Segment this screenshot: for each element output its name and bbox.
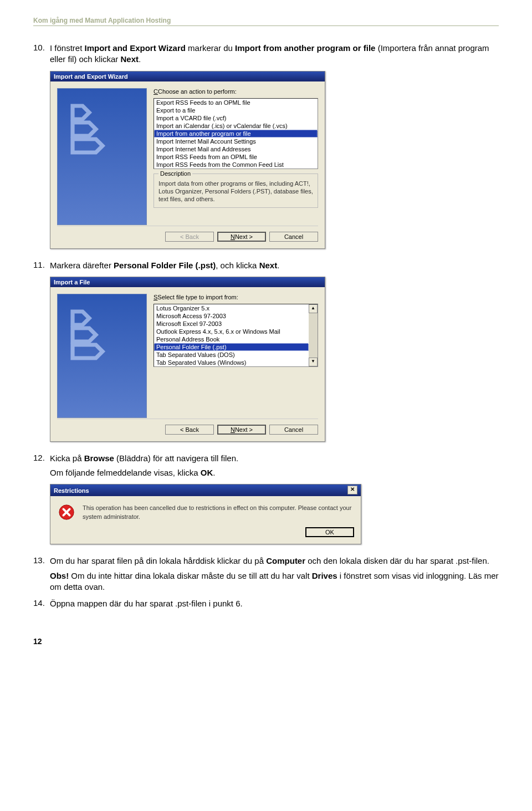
t: Kicka på (50, 453, 84, 463)
wizard-side-graphic (57, 294, 147, 418)
action-label: CChoose an action to perform: (154, 88, 318, 95)
step-12: 12. Kicka på Browse (Bläddra) för att na… (33, 453, 499, 464)
description-label: Description (158, 170, 192, 177)
step-11: 11. Markera därefter Personal Folder Fil… (33, 260, 499, 271)
close-icon[interactable]: ✕ (347, 486, 357, 494)
restrictions-text: This operation has been cancelled due to… (83, 504, 353, 521)
t-bold: Next (121, 54, 139, 64)
t: , och klicka (216, 261, 259, 270)
t-bold: Browse (84, 453, 114, 463)
listbox-item-selected[interactable]: Import from another program or file (154, 130, 318, 137)
step-text: I fönstret Import and Export Wizard mark… (50, 43, 499, 65)
back-button[interactable]: < Back (165, 425, 214, 435)
t-bold: Import from another program or file (235, 43, 375, 53)
listbox-item[interactable]: Lotus Organizer 5.x (154, 304, 309, 312)
listbox-item-selected[interactable]: Personal Folder File (.pst) (154, 343, 309, 351)
t: markerar du (186, 43, 235, 53)
t: Om följande felmeddelande visas, klicka (50, 468, 201, 477)
step-13-obs: Obs! Om du inte hittar dina lokala diska… (50, 570, 499, 593)
action-listbox[interactable]: Export RSS Feeds to an OPML file Export … (154, 98, 318, 169)
listbox-item[interactable]: Outlook Express 4.x, 5.x, 6.x or Windows… (154, 328, 309, 335)
step-13: 13. Om du har sparat filen på din lokala… (33, 555, 499, 567)
step-number: 14. (33, 598, 50, 609)
t: Markera därefter (50, 261, 114, 270)
step-10: 10. I fönstret Import and Export Wizard … (33, 43, 499, 65)
listbox-item[interactable]: Export RSS Feeds to an OPML file (154, 99, 318, 106)
title-text: Restrictions (54, 487, 89, 494)
step-text: Öppna mappen där du har sparat .pst-file… (50, 598, 499, 609)
cancel-button[interactable]: Cancel (269, 232, 318, 242)
listbox-item[interactable]: Tab Separated Values (DOS) (154, 351, 309, 359)
step-number: 10. (33, 43, 50, 65)
t-bold: Obs! (50, 571, 69, 580)
titlebar: Import a File (50, 277, 325, 287)
t-bold: Import and Export Wizard (85, 43, 186, 53)
listbox-item[interactable]: Tab Separated Values (Windows) (154, 359, 309, 366)
listbox-item[interactable]: Personal Address Book (154, 335, 309, 343)
scrollbar[interactable]: ▲ ▼ (309, 304, 318, 366)
listbox-item[interactable]: Import RSS Feeds from an OPML file (154, 153, 318, 161)
next-button[interactable]: NNext > (217, 232, 266, 242)
step-text: Markera därefter Personal Folder File (.… (50, 260, 499, 271)
listbox-item[interactable]: Import RSS Feeds from the Common Feed Li… (154, 161, 318, 169)
lbl: Select file type to import from: (157, 294, 238, 300)
listbox-item[interactable]: Import an iCalendar (.ics) or vCalendar … (154, 122, 318, 130)
step-text: Kicka på Browse (Bläddra) för att navige… (50, 453, 499, 464)
page-number: 12 (33, 637, 499, 646)
t-bold: Drives (312, 571, 337, 580)
select-label: SSelect file type to import from: (154, 294, 318, 300)
step-number: 12. (33, 453, 50, 464)
next-button[interactable]: NNext > (217, 425, 266, 435)
lbl: Choose an action to perform: (158, 88, 237, 95)
doc-header: Kom igång med Mamut Application Hosting (33, 17, 499, 26)
t-bold: Computer (266, 556, 305, 565)
t: (Bläddra) för att navigera till filen. (114, 453, 238, 463)
file-type-listbox[interactable]: Lotus Organizer 5.x Microsoft Access 97-… (154, 304, 318, 367)
step-14: 14. Öppna mappen där du har sparat .pst-… (33, 598, 499, 609)
t-bold: Next (259, 261, 278, 270)
listbox-item[interactable]: Import Internet Mail Account Settings (154, 137, 318, 145)
t: I fönstret (50, 43, 85, 53)
t: Om du inte hittar dina lokala diskar mås… (69, 571, 312, 580)
error-icon (58, 504, 77, 522)
description-text: Import data from other programs or files… (158, 180, 313, 203)
listbox-item[interactable]: Microsoft Access 97-2003 (154, 312, 309, 320)
listbox-item[interactable]: Import a VCARD file (.vcf) (154, 114, 318, 122)
t: och den lokala disken där du har sparat … (305, 556, 489, 565)
listbox-item[interactable]: Microsoft Excel 97-2003 (154, 320, 309, 328)
cancel-button[interactable]: Cancel (269, 425, 318, 435)
restrictions-dialog: Restrictions ✕ This operation has been c… (50, 484, 361, 544)
titlebar: Import and Export Wizard (50, 72, 325, 81)
import-file-dialog: Import a File SSelect file type to impor… (50, 277, 325, 442)
scroll-down-icon[interactable]: ▼ (309, 358, 318, 366)
listbox-item[interactable]: Import Internet Mail and Addresses (154, 145, 318, 153)
step-number: 11. (33, 260, 50, 271)
step-number: 13. (33, 555, 50, 567)
lbl: Next > (235, 233, 253, 240)
titlebar: Restrictions ✕ (50, 484, 361, 496)
wizard-side-graphic (57, 88, 147, 225)
ok-button[interactable]: OK (305, 527, 354, 537)
scroll-up-icon[interactable]: ▲ (309, 304, 318, 313)
description-group: Description Import data from other progr… (154, 174, 318, 208)
lbl: Next > (235, 426, 253, 433)
t-bold: Personal Folder File (.pst) (114, 261, 216, 270)
t: Om du har sparat filen på din lokala hår… (50, 556, 266, 565)
t: . (213, 468, 215, 477)
step-text: Om du har sparat filen på din lokala hår… (50, 555, 499, 567)
t: . (139, 54, 141, 64)
step-12-sub: Om följande felmeddelande visas, klicka … (50, 467, 499, 478)
t: . (277, 261, 279, 270)
t-bold: OK (201, 468, 213, 477)
import-export-wizard-dialog: Import and Export Wizard CChoose an acti… (50, 71, 325, 249)
back-button: < Back (165, 232, 214, 242)
listbox-item[interactable]: Export to a file (154, 106, 318, 114)
